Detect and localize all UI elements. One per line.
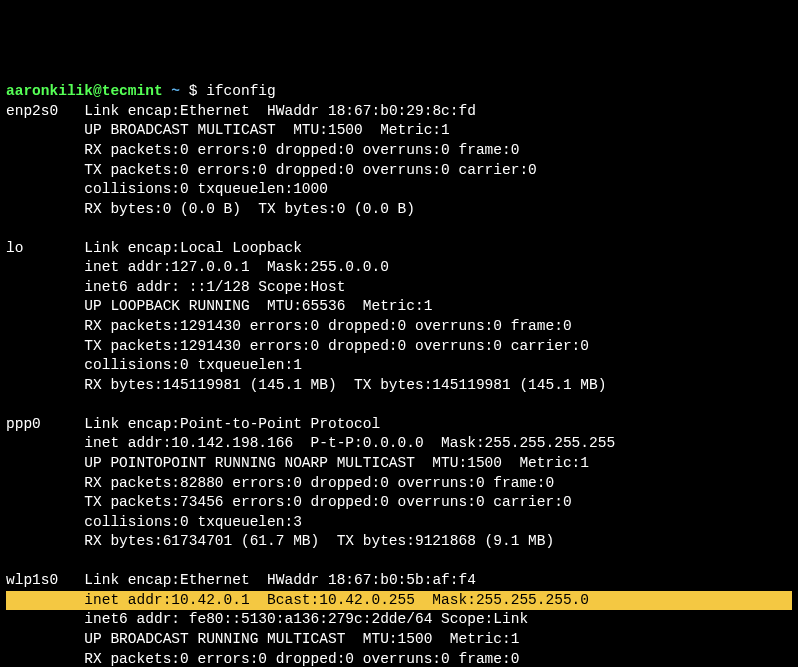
output-line: UP POINTOPOINT RUNNING NOARP MULTICAST M… — [6, 454, 792, 474]
output-line: RX packets:82880 errors:0 dropped:0 over… — [6, 474, 792, 494]
output-line: inet addr:10.142.198.166 P-t-P:0.0.0.0 M… — [6, 434, 792, 454]
output-line: enp2s0 Link encap:Ethernet HWaddr 18:67:… — [6, 102, 792, 122]
blank-line — [6, 552, 792, 572]
output-line: ppp0 Link encap:Point-to-Point Protocol — [6, 415, 792, 435]
output-line: TX packets:0 errors:0 dropped:0 overruns… — [6, 161, 792, 181]
output-line: inet6 addr: ::1/128 Scope:Host — [6, 278, 792, 298]
terminal-output[interactable]: aaronkilik@tecmint ~ $ ifconfigenp2s0 Li… — [6, 82, 792, 667]
interface-name: wlp1s0 — [6, 572, 84, 588]
output-line: TX packets:73456 errors:0 dropped:0 over… — [6, 493, 792, 513]
command-line: aaronkilik@tecmint ~ $ ifconfig — [6, 82, 792, 102]
output-line: wlp1s0 Link encap:Ethernet HWaddr 18:67:… — [6, 571, 792, 591]
blank-line — [6, 395, 792, 415]
output-line: UP LOOPBACK RUNNING MTU:65536 Metric:1 — [6, 297, 792, 317]
output-line: RX bytes:145119981 (145.1 MB) TX bytes:1… — [6, 376, 792, 396]
output-line: TX packets:1291430 errors:0 dropped:0 ov… — [6, 337, 792, 357]
prompt-user: aaronkilik@tecmint — [6, 83, 163, 99]
output-line: RX bytes:61734701 (61.7 MB) TX bytes:912… — [6, 532, 792, 552]
output-line: UP BROADCAST MULTICAST MTU:1500 Metric:1 — [6, 121, 792, 141]
output-line: UP BROADCAST RUNNING MULTICAST MTU:1500 … — [6, 630, 792, 650]
output-line: RX packets:1291430 errors:0 dropped:0 ov… — [6, 317, 792, 337]
output-line: lo Link encap:Local Loopback — [6, 239, 792, 259]
interface-name: ppp0 — [6, 416, 84, 432]
output-line: inet addr:127.0.0.1 Mask:255.0.0.0 — [6, 258, 792, 278]
prompt-path: ~ — [171, 83, 180, 99]
blank-line — [6, 219, 792, 239]
command-text: ifconfig — [206, 83, 276, 99]
output-line: inet addr:10.42.0.1 Bcast:10.42.0.255 Ma… — [6, 591, 792, 611]
output-line: collisions:0 txqueuelen:1000 — [6, 180, 792, 200]
output-line: inet6 addr: fe80::5130:a136:279c:2dde/64… — [6, 610, 792, 630]
highlighted-line: inet addr:10.42.0.1 Bcast:10.42.0.255 Ma… — [6, 591, 792, 611]
output-line: collisions:0 txqueuelen:1 — [6, 356, 792, 376]
output-line: RX packets:0 errors:0 dropped:0 overruns… — [6, 650, 792, 667]
output-line: collisions:0 txqueuelen:3 — [6, 513, 792, 533]
interface-name: enp2s0 — [6, 103, 84, 119]
output-line: RX bytes:0 (0.0 B) TX bytes:0 (0.0 B) — [6, 200, 792, 220]
output-line: RX packets:0 errors:0 dropped:0 overruns… — [6, 141, 792, 161]
prompt-symbol: $ — [189, 83, 198, 99]
interface-name: lo — [6, 240, 84, 256]
